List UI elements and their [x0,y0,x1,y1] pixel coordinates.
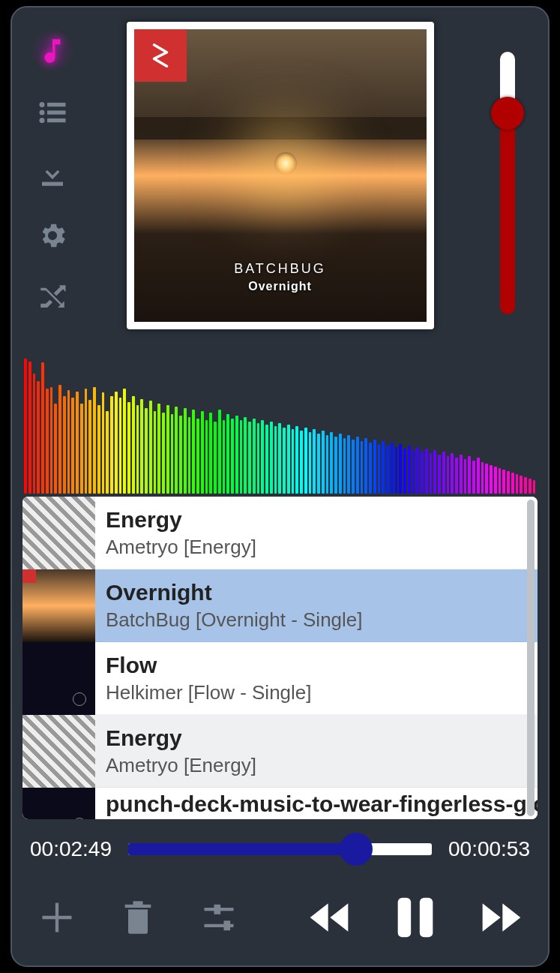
visualizer-bar [451,453,454,494]
playlist-item[interactable]: OvernightBatchBug [Overnight - Single] [22,569,538,642]
equalizer-button[interactable] [199,898,238,937]
visualizer-bar [511,473,514,494]
visualizer-bar [339,434,342,494]
visualizer-bar [28,362,31,494]
visualizer-bar [464,459,467,494]
visualizer-bar [196,419,199,494]
playlist-item-subtitle: Ametryo [Energy] [106,754,256,777]
playlist: EnergyAmetryo [Energy]OvernightBatchBug … [22,497,538,819]
playlist-item-title: Flow [106,653,312,678]
shuffle-icon [37,281,68,313]
visualizer-bar [205,420,208,494]
album-image: BATCHBUG Overnight [134,29,427,322]
visualizer-bar [58,385,61,494]
download-button[interactable] [30,152,75,197]
visualizer-bar [166,405,169,494]
visualizer-bar [421,452,424,494]
album-art[interactable]: BATCHBUG Overnight [127,22,434,329]
visualizer-bar [274,426,277,494]
visualizer-bar [386,446,389,494]
list-icon [37,97,68,128]
playlist-item[interactable]: punch-deck-music-to-wear-fingerless-glo [22,788,538,819]
visualizer-bar [85,389,88,494]
playlist-item[interactable]: EnergyAmetryo [Energy] [22,715,538,788]
visualizer-bar [127,402,130,494]
visualizer-bar [209,413,212,494]
playlist-item-title: Energy [106,725,256,751]
playlist-item-subtitle: BatchBug [Overnight - Single] [106,608,363,632]
visualizer-bar [188,417,191,494]
visualizer-bar [455,458,458,494]
visualizer-bar [110,396,113,494]
volume-slider[interactable] [500,52,515,314]
visualizer-bar [37,381,40,494]
gear-icon [37,220,68,251]
volume-thumb[interactable] [491,97,524,130]
visualizer-bar [412,450,415,494]
download-icon [37,158,68,190]
visualizer-bar [63,396,66,494]
visualizer-bar [67,390,70,494]
delete-button[interactable] [118,898,157,937]
visualizer-bar [214,422,217,494]
visualizer-bar [54,404,57,494]
now-playing-button[interactable] [30,29,75,74]
visualizer-bar [430,453,433,494]
visualizer-bar [481,462,484,494]
visualizer-bar [248,422,251,494]
svg-rect-1 [47,103,66,107]
visualizer-bar [520,476,523,494]
visualizer-bar [50,387,53,494]
visualizer-bar [494,467,497,494]
svg-point-2 [40,110,45,116]
visualizer-bar [468,456,471,494]
playlist-scrollbar[interactable] [527,500,535,816]
visualizer-bar [145,408,148,494]
playlist-item-title: Energy [106,507,256,533]
visualizer-bar [88,400,91,494]
visualizer-bar [278,423,281,494]
next-button[interactable] [475,893,523,941]
visualizer-bar [93,387,96,494]
visualizer-bar [132,396,135,494]
settings-button[interactable] [30,213,75,258]
visualizer-bar [171,414,174,494]
visualizer-bar [334,437,337,494]
pause-button[interactable] [389,891,442,944]
previous-button[interactable] [308,893,356,941]
shuffle-button[interactable] [30,275,75,320]
visualizer-bar [41,362,44,494]
rewind-icon [308,893,356,941]
visualizer-bar [356,437,359,494]
visualizer-bar [179,416,182,494]
playlist-item-subtitle: Ametryo [Energy] [106,536,256,559]
visualizer-bar [490,465,493,494]
playlist-button[interactable] [30,90,75,135]
visualizer-bar [533,480,536,494]
visualizer-bar [382,441,385,494]
visualizer-bar [257,423,260,494]
add-button[interactable] [37,898,76,937]
visualizer-bar [317,434,320,494]
visualizer-bar [184,408,187,494]
playlist-item[interactable]: FlowHelkimer [Flow - Single] [22,642,538,715]
progress-thumb[interactable] [340,833,373,866]
visualizer-bar [378,444,381,494]
visualizer-bar [364,438,367,494]
album-art-wrap: BATCHBUG Overnight [96,18,464,333]
playlist-thumb [22,788,95,819]
plus-icon [37,898,76,937]
elapsed-time: 00:02:49 [30,837,112,861]
visualizer-bar [80,404,83,494]
visualizer-bar [295,426,298,494]
visualizer-bar [71,398,74,494]
visualizer-bar [373,440,376,494]
visualizer-bar [477,458,480,494]
playlist-item[interactable]: EnergyAmetryo [Energy] [22,497,538,569]
remaining-time: 00:00:53 [448,837,530,861]
visualizer-bar [391,443,394,494]
visualizer-bar [244,417,247,494]
svg-point-4 [40,118,45,123]
visualizer-bar [46,389,49,494]
progress-slider[interactable] [128,843,432,855]
